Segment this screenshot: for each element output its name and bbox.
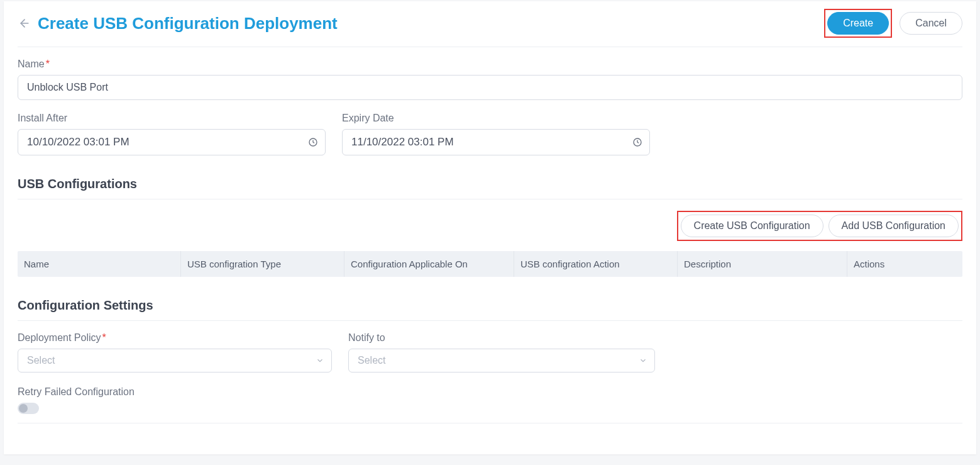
th-description: Description: [678, 251, 847, 277]
cancel-button[interactable]: Cancel: [900, 12, 962, 35]
name-input[interactable]: [18, 75, 962, 100]
page-header: Create USB Configuration Deployment Crea…: [18, 8, 962, 47]
toggle-knob: [19, 404, 28, 413]
title-wrap: Create USB Configuration Deployment: [18, 14, 338, 33]
th-applicable: Configuration Applicable On: [344, 251, 514, 277]
retry-failed-group: Retry Failed Configuration: [18, 386, 962, 423]
th-type: USB configration Type: [181, 251, 344, 277]
create-button[interactable]: Create: [827, 12, 889, 35]
expiry-label: Expiry Date: [342, 113, 650, 124]
notify-to-select[interactable]: Select: [348, 349, 655, 373]
th-actions: Actions: [847, 251, 962, 277]
install-after-label: Install After: [18, 113, 326, 124]
usb-config-table-header: Name USB configration Type Configuration…: [18, 251, 962, 277]
deployment-policy-group: Deployment Policy* Select: [18, 332, 332, 373]
install-after-group: Install After: [18, 113, 326, 155]
notify-to-label: Notify to: [348, 332, 655, 344]
required-asterisk: *: [46, 59, 50, 69]
chevron-down-icon: [639, 356, 647, 365]
clock-icon[interactable]: [308, 137, 318, 147]
usb-buttons-highlight: Create USB Configuration Add USB Configu…: [677, 211, 962, 241]
create-usb-config-button[interactable]: Create USB Configuration: [681, 215, 823, 237]
chevron-down-icon: [316, 356, 324, 365]
retry-failed-toggle[interactable]: [18, 403, 39, 414]
usb-config-button-row: Create USB Configuration Add USB Configu…: [18, 211, 962, 241]
page-title: Create USB Configuration Deployment: [38, 14, 338, 33]
expiry-input[interactable]: [342, 129, 650, 155]
deployment-policy-label-text: Deployment Policy: [18, 332, 101, 343]
add-usb-config-button[interactable]: Add USB Configuration: [829, 215, 959, 237]
retry-failed-label: Retry Failed Configuration: [18, 386, 962, 398]
usb-config-heading: USB Configurations: [18, 177, 962, 199]
page-container: Create USB Configuration Deployment Crea…: [4, 1, 976, 454]
required-asterisk: *: [102, 332, 106, 343]
deployment-policy-label: Deployment Policy*: [18, 332, 332, 344]
expiry-group: Expiry Date: [342, 113, 650, 155]
back-arrow-icon[interactable]: [18, 16, 31, 30]
th-action: USB configration Action: [514, 251, 678, 277]
install-after-wrap: [18, 129, 326, 155]
deployment-policy-select[interactable]: Select: [18, 349, 332, 373]
clock-icon[interactable]: [632, 137, 642, 147]
install-after-input[interactable]: [18, 129, 326, 155]
expiry-wrap: [342, 129, 650, 155]
create-button-highlight: Create: [824, 9, 892, 38]
config-settings-heading: Configuration Settings: [18, 298, 962, 321]
th-name: Name: [18, 251, 181, 277]
name-field-group: Name*: [18, 47, 962, 100]
dates-row: Install After Expiry Date: [18, 113, 962, 155]
name-label-text: Name: [18, 59, 45, 69]
settings-row: Deployment Policy* Select Notify to Sele…: [18, 332, 962, 373]
notify-to-select-wrap: Select: [348, 349, 655, 373]
deployment-policy-select-wrap: Select: [18, 349, 332, 373]
header-actions: Create Cancel: [824, 9, 962, 38]
name-label: Name*: [18, 59, 962, 70]
notify-to-group: Notify to Select: [348, 332, 655, 373]
